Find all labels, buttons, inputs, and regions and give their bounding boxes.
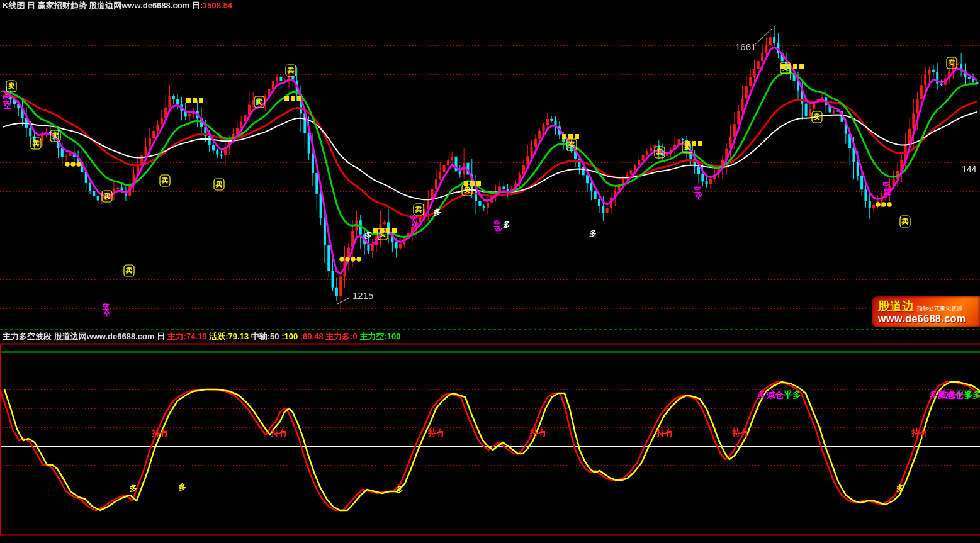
header-token: 股道边网www.de6688.com [89, 1, 192, 10]
header-token: 1508.54 [203, 1, 232, 10]
header-token: 主力多空波段 [3, 332, 54, 341]
kline-chart-canvas[interactable] [0, 0, 980, 543]
header-token: 活跃:79.13 [209, 332, 251, 341]
indicator-header: 主力多空波段 股道边网www.de6688.com 日 主力:74.19 活跃:… [3, 332, 400, 342]
header-token: :100 [281, 332, 300, 341]
logo-row: 股道边 指标公式量化资源 [878, 298, 976, 315]
header-token: 日 [27, 1, 38, 10]
header-token: 中轴:50 [251, 332, 281, 341]
trading-app-window: K线图 日 赢家招财趋势 股道边网www.de6688.com 日:1508.5… [0, 0, 980, 543]
site-logo[interactable]: 股道边 指标公式量化资源 www.de6688.com [872, 296, 980, 327]
header-token: 主力多:0 [325, 332, 359, 341]
header-token: 日 [157, 332, 167, 341]
header-token: 股道边网www.de6688.com [54, 332, 157, 341]
header-token: 主力空:100 [359, 332, 400, 341]
header-token: 主力:74.19 [167, 332, 209, 341]
header-token: 赢家招财趋势 [38, 1, 89, 10]
logo-url: www.de6688.com [878, 313, 976, 325]
logo-brand: 股道边 [878, 298, 914, 315]
kline-header: K线图 日 赢家招财趋势 股道边网www.de6688.com 日:1508.5… [3, 1, 232, 11]
header-token: :69.48 [300, 332, 325, 341]
logo-tagline: 指标公式量化资源 [917, 305, 962, 313]
header-token: 日: [192, 1, 203, 10]
header-token: K线图 [3, 1, 27, 10]
